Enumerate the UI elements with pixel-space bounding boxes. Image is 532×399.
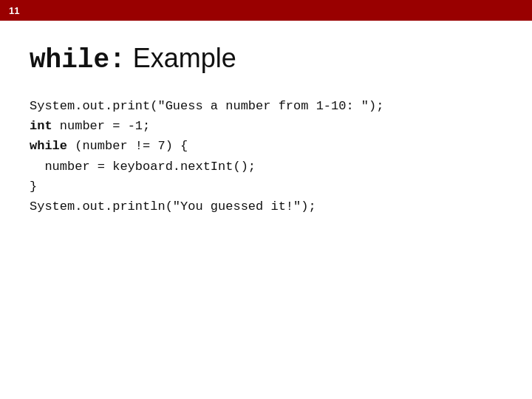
- slide-container: 11 while: Example System.out.print("Gues…: [0, 0, 532, 399]
- slide-content: while: Example System.out.print("Guess a…: [0, 21, 532, 239]
- title-code: while:: [30, 45, 126, 75]
- title-text: Example: [126, 43, 236, 73]
- code-line-1: System.out.print("Guess a number from 1-…: [30, 99, 383, 113]
- slide-number: 11: [9, 5, 19, 16]
- keyword-int: int: [30, 119, 52, 133]
- top-bar: 11: [0, 0, 532, 21]
- keyword-while: while: [30, 139, 67, 153]
- code-line-3: while (number != 7) {: [30, 139, 188, 153]
- code-line-6: System.out.println("You guessed it!");: [30, 200, 316, 214]
- code-line-2: int number = -1;: [30, 119, 150, 133]
- slide-title: while: Example: [30, 43, 502, 75]
- code-line-4: number = keyboard.nextInt();: [30, 160, 256, 174]
- code-block: System.out.print("Guess a number from 1-…: [30, 96, 502, 216]
- code-line-5: }: [30, 180, 37, 194]
